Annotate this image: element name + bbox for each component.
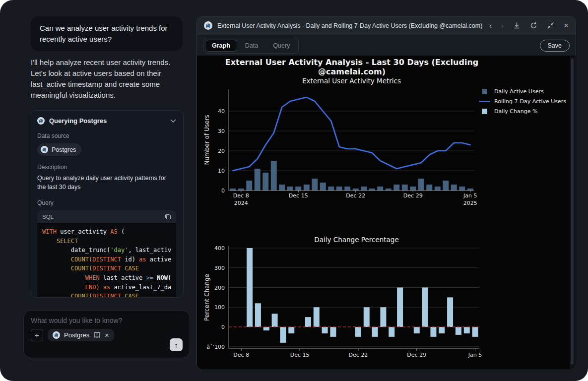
tool-card-title: Querying Postgres [49,117,166,125]
daily-change-chart: Daily Change Percentageâˆ’10001002003004… [201,233,509,370]
query-label: Query [37,199,176,206]
sql-block-header: SQL [37,210,176,223]
svg-text:0: 0 [221,188,225,194]
svg-text:10: 10 [218,168,225,174]
window-body: External User Activity Analysis - Last 3… [197,56,576,370]
tab-strip: Graph Data Query Save [197,35,576,56]
description-text: Query to analyze daily user activity pat… [37,174,176,191]
scrollbar-track[interactable] [570,57,575,369]
sql-language-label: SQL [42,214,54,220]
svg-text:40: 40 [218,108,225,115]
svg-text:Dec 15: Dec 15 [290,352,310,358]
svg-text:2024: 2024 [234,200,248,206]
svg-text:400: 400 [214,245,225,252]
download-icon[interactable] [513,22,521,29]
forward-icon[interactable]: › [501,22,504,29]
attachment-label: Postgres [64,331,89,339]
sql-block: SQL WITH user_activity AS ( SELECT date_… [37,210,176,298]
svg-text:Dec 8: Dec 8 [233,192,249,199]
svg-text:20: 20 [218,148,225,154]
app-root: Can we analyze user activity trends for … [0,0,588,381]
svg-text:âˆ’100: âˆ’100 [206,344,225,350]
svg-text:Dec 29: Dec 29 [403,192,423,199]
save-button[interactable]: Save [540,40,570,52]
chevron-down-icon[interactable] [170,119,176,123]
svg-text:100: 100 [214,304,225,311]
sql-code: WITH user_activity AS ( SELECT date_trun… [37,223,176,298]
svg-text:Percent Change: Percent Change [203,274,210,321]
window-controls: ‹ › × [489,21,569,30]
svg-text:300: 300 [214,265,225,271]
remove-attachment-icon[interactable]: × [105,332,109,339]
legend-item: Daily Change % [479,108,566,115]
send-arrow-icon: ↑ [174,341,178,349]
svg-text:Dec 15: Dec 15 [289,192,308,199]
querying-postgres-card[interactable]: Querying Postgres Data source Postgres D… [30,110,184,298]
refresh-icon[interactable] [530,22,537,29]
legend-item: Rolling 7-Day Active Users [479,98,566,105]
back-icon[interactable]: ‹ [489,22,492,29]
chart-legend: Daily Active UsersRolling 7-Day Active U… [479,88,566,115]
svg-text:External User Activity Metrics: External User Activity Metrics [302,77,401,85]
svg-text:Dec 22: Dec 22 [346,192,365,199]
chat-input-placeholder[interactable]: What would you like to know? [31,317,183,324]
svg-text:Daily Change Percentage: Daily Change Percentage [314,236,398,244]
attachment-row: + Postgres × [31,329,183,341]
tab-group: Graph Data Query [203,38,299,54]
postgres-icon [37,117,45,125]
postgres-icon [53,331,60,339]
svg-text:0: 0 [221,324,225,330]
collapse-icon[interactable] [547,22,554,29]
postgres-attachment-pill[interactable]: Postgres × [48,329,114,341]
svg-text:Dec 8: Dec 8 [233,352,249,358]
book-icon[interactable] [93,332,101,338]
data-source-chip[interactable]: Postgres [37,143,81,156]
chat-input-box[interactable]: What would you like to know? + Postgres … [23,310,190,358]
svg-text:Dec 22: Dec 22 [349,352,368,358]
window-header[interactable]: External User Activity Analysis - Daily … [197,16,576,35]
data-source-chip-label: Postgres [52,146,76,153]
tab-data[interactable]: Data [238,40,265,52]
tool-card-header[interactable]: Querying Postgres [37,117,176,125]
svg-text:200: 200 [214,285,225,291]
user-message-text: Can we analyze user activity trends for … [40,24,168,43]
assistant-message: I'll help analyze recent user activity t… [31,57,184,101]
data-source-label: Data source [37,132,176,139]
svg-text:2025: 2025 [463,200,477,206]
svg-text:2024: 2024 [234,369,248,370]
svg-text:Jan 5: Jan 5 [463,192,477,199]
svg-text:30: 30 [218,128,225,134]
tab-query[interactable]: Query [266,40,297,52]
close-icon[interactable]: × [564,21,569,30]
tab-graph[interactable]: Graph [205,40,237,52]
user-message-bubble: Can we analyze user activity trends for … [31,16,183,51]
postgres-icon [204,21,212,30]
svg-text:Jan 5: Jan 5 [468,352,482,358]
legend-item: Daily Active Users [479,88,566,95]
add-attachment-button[interactable]: + [31,329,43,341]
copy-icon[interactable] [165,213,171,220]
activity-metrics-chart: External User Activity Metrics010203040D… [201,65,499,214]
scrollbar-thumb[interactable] [571,59,574,365]
svg-text:Dec 29: Dec 29 [407,352,426,358]
chat-panel: Can we analyze user activity trends for … [0,0,196,381]
plus-icon: + [35,331,39,339]
send-button[interactable]: ↑ [170,338,183,351]
analysis-window: External User Activity Analysis - Daily … [196,16,576,370]
svg-text:2025: 2025 [468,369,482,370]
description-label: Description [37,164,176,171]
postgres-icon [41,146,48,153]
svg-text:Number of Users: Number of Users [203,115,210,165]
window-title: External User Activity Analysis - Daily … [217,22,484,29]
